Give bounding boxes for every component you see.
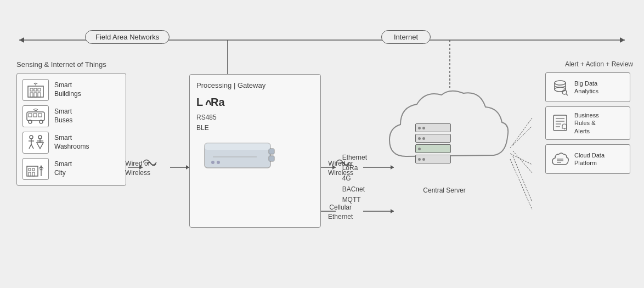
svg-rect-54 <box>269 156 274 161</box>
cloud-data-label: Cloud DataPlatform <box>574 151 605 167</box>
bigdata-label: Big DataAnalytics <box>574 80 598 95</box>
svg-rect-47 <box>32 172 35 176</box>
svg-rect-53 <box>269 149 274 154</box>
svg-point-35 <box>30 135 33 139</box>
svg-rect-32 <box>38 114 42 117</box>
svg-rect-55 <box>205 143 270 150</box>
device-item-buildings: SmartBuildings <box>22 79 120 101</box>
alert-item-business: BusinessRules &Alerts <box>545 106 630 140</box>
svg-line-19 <box>513 126 532 145</box>
svg-rect-31 <box>33 114 37 117</box>
gateway-box: Processing | Gateway L Ra RS485BLE <box>189 74 321 228</box>
svg-rect-25 <box>38 88 41 91</box>
svg-rect-26 <box>30 93 33 97</box>
svg-rect-27 <box>34 93 37 97</box>
alert-item-cloud: Cloud DataPlatform <box>545 144 630 174</box>
svg-text:Ra: Ra <box>211 96 225 108</box>
diagram-container: Field Area Networks Internet Sensing & I… <box>0 0 644 288</box>
alert-item-bigdata: Big DataAnalytics <box>545 72 630 102</box>
lora-logo: L Ra <box>196 94 314 109</box>
gateway-device <box>202 138 314 176</box>
svg-line-21 <box>513 156 532 202</box>
svg-point-57 <box>211 161 214 164</box>
wired-wireless-left: Wired orWireless <box>125 159 150 178</box>
svg-line-18 <box>510 159 532 210</box>
svg-point-40 <box>38 135 42 139</box>
cellular-ethernet: CellularEthernet <box>328 203 353 222</box>
business-label: BusinessRules &Alerts <box>574 111 599 135</box>
svg-marker-1 <box>19 37 24 43</box>
cloud-doc-icon <box>550 149 570 169</box>
bus-icon <box>22 105 49 127</box>
svg-line-17 <box>510 154 532 165</box>
svg-line-65 <box>566 94 568 95</box>
svg-point-62 <box>555 87 566 92</box>
buildings-icon <box>22 79 49 101</box>
database-icon <box>550 77 570 97</box>
sensing-section: Sensing & Internet of Things <box>16 60 126 186</box>
city-icon <box>22 158 49 180</box>
device-item-washrooms: SmartWashrooms <box>22 132 120 154</box>
svg-rect-23 <box>30 88 33 91</box>
city-label: SmartCity <box>54 160 72 177</box>
svg-rect-24 <box>34 88 37 91</box>
gateway-protocols: RS485BLE <box>196 112 314 133</box>
svg-line-39 <box>31 144 33 149</box>
svg-marker-15 <box>391 209 394 213</box>
svg-point-58 <box>217 161 220 164</box>
device-item-buses: SmartBuses <box>22 105 120 127</box>
svg-marker-2 <box>620 37 625 43</box>
sensing-title: Sensing & Internet of Things <box>16 60 126 69</box>
washrooms-label: SmartWashrooms <box>54 134 89 151</box>
svg-line-38 <box>29 144 31 149</box>
svg-line-16 <box>510 118 532 148</box>
svg-line-20 <box>513 151 532 173</box>
svg-rect-45 <box>32 168 35 171</box>
sensing-box: SmartBuildings <box>16 73 126 186</box>
server-icon <box>415 123 451 163</box>
device-item-city: SmartCity <box>22 158 120 180</box>
alert-items: Big DataAnalytics Business <box>545 72 633 174</box>
svg-text:L: L <box>196 96 203 108</box>
alert-section: Alert + Action + Review <box>545 60 633 174</box>
wired-wireless-right: Wired orWireless <box>328 159 353 178</box>
svg-point-49 <box>41 166 42 167</box>
internet-label: Internet <box>381 30 431 44</box>
svg-rect-44 <box>29 168 31 171</box>
fan-label: Field Area Networks <box>85 30 170 44</box>
svg-rect-30 <box>29 114 32 117</box>
svg-rect-28 <box>38 93 41 97</box>
central-server-label: Central Server <box>411 187 477 194</box>
rules-icon <box>550 113 570 133</box>
gateway-title: Processing | Gateway <box>196 81 314 89</box>
alert-title: Alert + Action + Review <box>545 60 633 68</box>
svg-rect-46 <box>29 172 31 176</box>
washrooms-icon <box>22 132 49 154</box>
buses-label: SmartBuses <box>54 108 72 125</box>
svg-point-59 <box>555 81 566 85</box>
buildings-label: SmartBuildings <box>54 81 81 98</box>
